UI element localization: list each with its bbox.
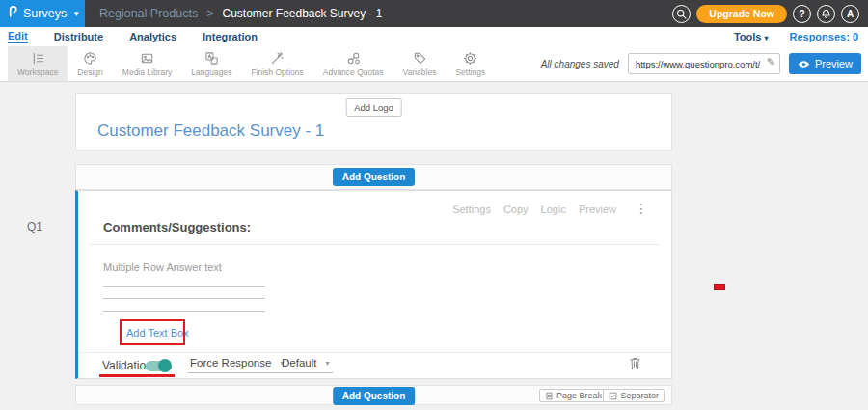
finish-options-icon <box>270 51 285 66</box>
tab-edit[interactable]: Edit <box>8 30 28 43</box>
page-break-icon <box>545 392 554 400</box>
toolbar-item-label: Finish Options <box>251 68 303 77</box>
toolbar-item-label: Settings <box>455 68 485 77</box>
toolbar-item-workspace[interactable]: Workspace <box>8 46 68 81</box>
separator-button[interactable]: Separator <box>603 389 665 402</box>
question-copy-link[interactable]: Copy <box>503 204 529 215</box>
question-text[interactable]: Comments/Suggestions: <box>103 220 251 234</box>
default-label: Default <box>282 357 316 369</box>
question-number: Q1 <box>27 220 42 233</box>
toolbar-item-label: Variables <box>403 68 437 77</box>
answer-row-line[interactable] <box>103 311 265 312</box>
delete-question-icon[interactable] <box>629 356 641 370</box>
survey-editor-screen: Surveys ▼ Regional Products > Customer F… <box>0 0 868 410</box>
tab-distribute[interactable]: Distribute <box>54 31 103 43</box>
page-break-button[interactable]: Page Break <box>539 389 608 402</box>
chevron-down-icon: ▾ <box>764 34 768 42</box>
search-icon[interactable] <box>672 5 691 23</box>
edit-toolbar: Workspace Design Media Library Languages… <box>0 46 868 82</box>
nav-right: Tools ▾ Responses: 0 <box>734 31 860 42</box>
question-card: Settings Copy Logic Preview ⋮ Comments/S… <box>75 190 672 379</box>
kebab-menu-icon[interactable]: ⋮ <box>635 201 648 216</box>
toolbar-item-advance-quotas[interactable]: Advance Quotas <box>313 46 393 81</box>
tools-menu[interactable]: Tools ▾ <box>734 31 769 42</box>
add-question-button-top[interactable]: Add Question <box>333 168 416 186</box>
answer-row-line[interactable] <box>103 286 265 287</box>
media-library-icon <box>140 51 154 66</box>
toolbar-item-finish-options[interactable]: Finish Options <box>241 46 312 81</box>
advance-quotas-icon <box>346 51 361 66</box>
survey-url-wrap: ✎ <box>628 53 780 74</box>
separator-label: Separator <box>620 391 659 400</box>
answer-row-line[interactable] <box>103 298 265 299</box>
question-controls: Settings Copy Logic Preview <box>452 204 616 215</box>
eye-icon <box>798 60 810 68</box>
toolbar-item-label: Design <box>77 68 102 77</box>
chevron-down-icon: ▼ <box>72 10 80 18</box>
bell-icon[interactable] <box>817 5 835 23</box>
toolbar-item-label: Languages <box>191 68 231 77</box>
toolbar-item-design[interactable]: Design <box>68 46 112 81</box>
toolbar-item-label: Workspace <box>17 68 58 77</box>
top-header: Surveys ▼ Regional Products > Customer F… <box>0 0 868 27</box>
question-settings-link[interactable]: Settings <box>452 204 491 215</box>
answer-placeholder: Multiple Row Answer text <box>103 261 222 273</box>
header-actions: Upgrade Now ? A <box>672 5 868 23</box>
breadcrumb-current: Customer Feedback Survey - 1 <box>222 7 382 20</box>
force-response-dropdown[interactable]: Force Response ▾ <box>188 357 287 373</box>
preview-button[interactable]: Preview <box>789 53 861 74</box>
add-question-button-bottom[interactable]: Add Question <box>333 387 416 405</box>
avatar[interactable]: A <box>841 5 859 23</box>
variables-icon <box>413 51 427 66</box>
validation-toggle[interactable] <box>146 361 171 371</box>
product-name: Surveys <box>23 7 67 20</box>
design-icon <box>83 51 97 66</box>
toolbar-right: All changes saved ✎ Preview <box>541 46 868 81</box>
questionpro-logo-icon <box>8 5 18 22</box>
breadcrumb-parent[interactable]: Regional Products <box>99 7 198 20</box>
toolbar-item-label: Media Library <box>122 68 173 77</box>
toolbar-item-label: Advance Quotas <box>323 68 384 77</box>
surveys-dropdown[interactable]: Surveys ▼ <box>0 0 85 27</box>
responses-count[interactable]: Responses: 0 <box>789 31 858 42</box>
default-dropdown[interactable]: Default ▾ <box>280 357 333 373</box>
survey-url-input[interactable] <box>628 53 780 74</box>
question-logic-link[interactable]: Logic <box>541 204 566 215</box>
add-question-strip-top: Add Question <box>75 164 672 190</box>
question-preview-link[interactable]: Preview <box>579 204 616 215</box>
chevron-down-icon: ▾ <box>325 359 329 368</box>
edit-url-icon[interactable]: ✎ <box>767 56 775 68</box>
annotation-red-dash <box>714 284 725 290</box>
add-question-strip-bottom: Add Question Page Break Separator <box>75 385 672 405</box>
question-divider <box>90 244 660 245</box>
tab-integration[interactable]: Integration <box>203 31 258 43</box>
tab-analytics[interactable]: Analytics <box>129 31 176 43</box>
languages-icon <box>204 51 219 66</box>
save-status: All changes saved <box>541 59 619 69</box>
breadcrumb-separator: > <box>206 7 213 20</box>
toolbar-item-media-library[interactable]: Media Library <box>113 46 182 81</box>
toolbar-item-variables[interactable]: Variables <box>393 46 447 81</box>
settings-icon <box>463 51 477 66</box>
workspace-icon <box>31 51 45 66</box>
upgrade-now-button[interactable]: Upgrade Now <box>696 5 787 23</box>
breadcrumb: Regional Products > Customer Feedback Su… <box>99 7 383 20</box>
preview-button-label: Preview <box>815 58 853 69</box>
force-response-label: Force Response <box>190 357 271 369</box>
add-text-box-link[interactable]: Add Text Box <box>126 327 189 339</box>
page-break-label: Page Break <box>556 391 602 400</box>
add-logo-button[interactable]: Add Logo <box>345 98 402 117</box>
survey-header-card: Add Logo Customer Feedback Survey - 1 <box>75 93 672 150</box>
survey-title[interactable]: Customer Feedback Survey - 1 <box>97 122 324 141</box>
annotation-underline <box>99 374 175 377</box>
toolbar-item-languages[interactable]: Languages <box>181 46 241 81</box>
main-nav: Edit Distribute Analytics Integration To… <box>0 27 868 46</box>
separator-checkbox-icon <box>609 392 617 400</box>
help-icon[interactable]: ? <box>793 5 811 23</box>
toolbar-item-settings[interactable]: Settings <box>446 46 495 81</box>
question-footer-divider <box>78 352 671 353</box>
